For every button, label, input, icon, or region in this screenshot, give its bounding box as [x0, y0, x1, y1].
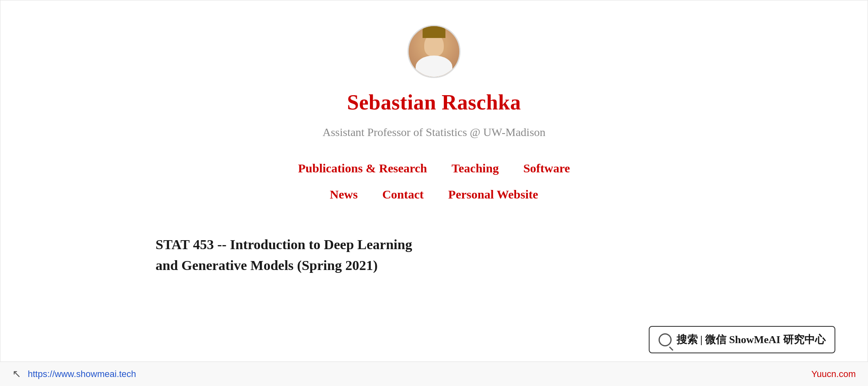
avatar-image	[409, 25, 459, 78]
bottom-bar: ↖ https://www.showmeai.tech Yuucn.com	[0, 361, 868, 386]
search-icon	[659, 333, 672, 346]
nav-row-1: Publications & Research Teaching Softwar…	[298, 161, 570, 175]
article-title: STAT 453 -- Introduction to Deep Learnin…	[156, 234, 433, 276]
nav-contact[interactable]: Contact	[382, 187, 424, 201]
page-wrapper: Sebastian Raschka Assistant Professor of…	[0, 0, 868, 386]
bottom-url: https://www.showmeai.tech	[28, 369, 136, 379]
bottom-right-label: Yuucn.com	[811, 369, 856, 379]
avatar	[407, 25, 461, 78]
nav-news[interactable]: News	[330, 187, 358, 201]
nav-teaching[interactable]: Teaching	[452, 161, 499, 175]
nav-software[interactable]: Software	[523, 161, 570, 175]
article-section: STAT 453 -- Introduction to Deep Learnin…	[0, 230, 868, 276]
search-widget[interactable]: 搜索 | 微信 ShowMeAI 研究中心	[649, 326, 835, 353]
profile-name: Sebastian Raschka	[347, 90, 521, 114]
nav-publications-research[interactable]: Publications & Research	[298, 161, 427, 175]
nav-row-2: News Contact Personal Website	[330, 187, 538, 201]
avatar-body	[416, 56, 452, 78]
main-content: Sebastian Raschka Assistant Professor of…	[0, 0, 868, 276]
search-label: 搜索 | 微信 ShowMeAI 研究中心	[677, 332, 826, 347]
profile-subtitle: Assistant Professor of Statistics @ UW-M…	[323, 126, 545, 139]
cursor-icon: ↖	[12, 368, 21, 380]
nav-personal-website[interactable]: Personal Website	[448, 187, 538, 201]
